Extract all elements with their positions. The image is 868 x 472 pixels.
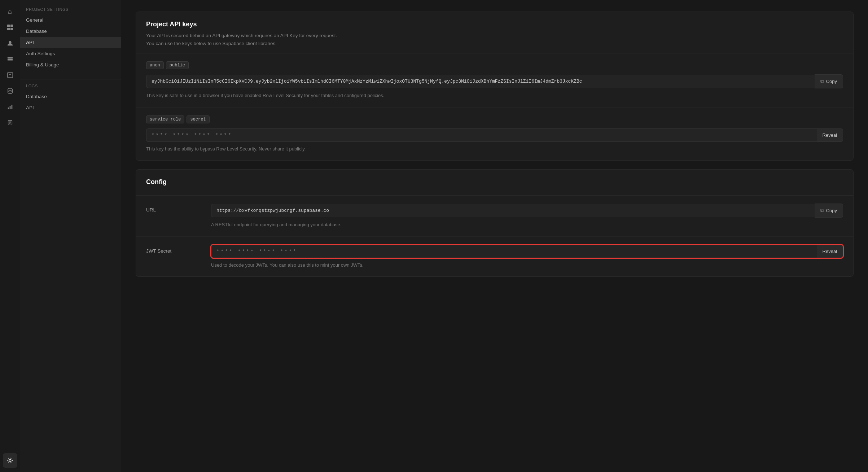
url-value-col: https://bxvfkorqstzpwjubcrgf.supabase.co… — [211, 204, 843, 228]
service-role-tags: service_role secret — [146, 115, 843, 123]
url-label: URL — [146, 204, 197, 213]
jwt-reveal-label: Reveal — [823, 249, 837, 254]
service-role-tag: service_role — [146, 115, 184, 123]
project-settings-label: Project settings — [20, 7, 121, 14]
logs-section: Logs Database API — [20, 84, 121, 113]
svg-point-16 — [9, 459, 11, 461]
nav-divider — [20, 79, 121, 79]
api-keys-card: Project API keys Your API is secured beh… — [136, 12, 854, 161]
logs-icon[interactable] — [3, 115, 17, 130]
jwt-input-row: **** **** **** **** Reveal — [211, 245, 843, 258]
anon-key-hint: This key is safe to use in a browser if … — [146, 92, 843, 99]
jwt-hint: Used to decode your JWTs. You can also u… — [211, 262, 843, 269]
svg-rect-3 — [10, 28, 13, 30]
svg-rect-10 — [9, 106, 10, 109]
service-role-reveal-label: Reveal — [823, 132, 837, 138]
service-role-key-value: **** **** **** **** — [146, 128, 817, 142]
reports-icon[interactable] — [3, 100, 17, 114]
home-icon[interactable]: ⌂ — [3, 4, 17, 19]
url-hint: A RESTful endpoint for querying and mana… — [211, 221, 843, 228]
nav-item-database[interactable]: Database — [20, 26, 121, 37]
api-keys-desc: Your API is secured behind an API gatewa… — [146, 32, 843, 47]
nav-item-general[interactable]: General — [20, 14, 121, 26]
settings-icon[interactable] — [3, 453, 17, 468]
public-tag: public — [166, 61, 189, 69]
svg-rect-1 — [10, 25, 13, 27]
config-title: Config — [146, 178, 843, 186]
config-card: Config URL https://bxvfkorqstzpwjubcrgf.… — [136, 169, 854, 277]
anon-key-value: eyJhbGciOiJIUzI1NiIsInR5cCI6IkpXVCJ9.eyJ… — [146, 75, 815, 88]
svg-rect-6 — [7, 59, 12, 61]
api-keys-header: Project API keys Your API is secured beh… — [136, 12, 853, 53]
main-content: Project API keys Your API is secured beh… — [121, 0, 868, 472]
jwt-masked-value: **** **** **** **** — [211, 245, 817, 258]
nav-item-auth-settings[interactable]: Auth Settings — [20, 48, 121, 59]
functions-icon[interactable] — [3, 68, 17, 82]
jwt-config-row: JWT Secret **** **** **** **** Reveal Us… — [136, 237, 853, 277]
anon-key-copy-button[interactable]: ⧉ Copy — [815, 74, 843, 88]
jwt-label: JWT Secret — [146, 245, 197, 254]
storage-icon[interactable] — [3, 52, 17, 66]
anon-key-tags: anon public — [146, 61, 843, 69]
service-role-reveal-button[interactable]: Reveal — [817, 128, 843, 142]
nav-item-logs-api[interactable]: API — [20, 102, 121, 113]
url-config-row: URL https://bxvfkorqstzpwjubcrgf.supabas… — [136, 196, 853, 237]
copy-icon: ⧉ — [820, 78, 824, 84]
api-keys-body: anon public eyJhbGciOiJIUzI1NiIsInR5cCI6… — [136, 53, 853, 160]
url-value: https://bxvfkorqstzpwjubcrgf.supabase.co — [211, 204, 815, 217]
nav-item-api[interactable]: API — [20, 37, 121, 48]
nav-item-billing[interactable]: Billing & Usage — [20, 59, 121, 70]
icon-sidebar: ⌂ — [0, 0, 20, 472]
url-copy-icon: ⧉ — [820, 207, 824, 214]
project-settings-section: Project settings General Database API Au… — [20, 7, 121, 70]
anon-key-row: anon public eyJhbGciOiJIUzI1NiIsInR5cCI6… — [136, 53, 853, 108]
svg-point-4 — [9, 41, 11, 44]
nav-sidebar: Project settings General Database API Au… — [20, 0, 121, 472]
anon-tag: anon — [146, 61, 164, 69]
svg-rect-2 — [7, 28, 10, 30]
api-keys-title: Project API keys — [146, 21, 843, 28]
jwt-reveal-button[interactable]: Reveal — [817, 245, 843, 258]
svg-rect-0 — [7, 25, 10, 27]
url-copy-button[interactable]: ⧉ Copy — [815, 204, 843, 218]
svg-point-8 — [8, 88, 12, 90]
nav-item-logs-database[interactable]: Database — [20, 91, 121, 102]
anon-key-input-row: eyJhbGciOiJIUzI1NiIsInR5cCI6IkpXVCJ9.eyJ… — [146, 74, 843, 88]
url-input-row: https://bxvfkorqstzpwjubcrgf.supabase.co… — [211, 204, 843, 218]
config-header: Config — [136, 170, 853, 196]
svg-rect-9 — [8, 108, 9, 109]
logs-label: Logs — [20, 84, 121, 91]
anon-key-copy-label: Copy — [826, 79, 837, 84]
users-icon[interactable] — [3, 36, 17, 51]
api-keys-desc-line2: You can use the keys below to use Supaba… — [146, 41, 277, 46]
secret-tag: secret — [187, 115, 209, 123]
url-copy-label: Copy — [826, 208, 837, 213]
config-body: URL https://bxvfkorqstzpwjubcrgf.supabas… — [136, 196, 853, 276]
database-icon[interactable] — [3, 84, 17, 98]
service-role-key-row: service_role secret **** **** **** **** … — [136, 108, 853, 161]
api-keys-desc-line1: Your API is secured behind an API gatewa… — [146, 33, 337, 38]
table-icon[interactable] — [3, 20, 17, 35]
jwt-value-col: **** **** **** **** Reveal Used to decod… — [211, 245, 843, 269]
svg-rect-7 — [7, 73, 12, 78]
service-role-key-hint: This key has the ability to bypass Row L… — [146, 145, 843, 153]
service-role-input-row: **** **** **** **** Reveal — [146, 128, 843, 142]
svg-rect-11 — [11, 105, 12, 109]
svg-rect-5 — [7, 57, 12, 59]
